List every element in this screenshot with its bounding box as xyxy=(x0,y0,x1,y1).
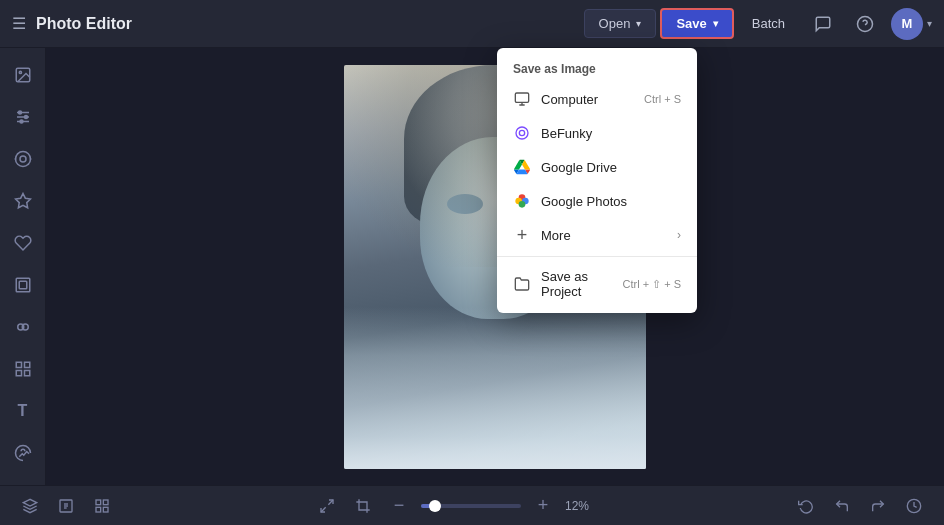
footer-left xyxy=(16,492,116,520)
zoom-out-icon[interactable]: − xyxy=(385,492,413,520)
svg-rect-37 xyxy=(515,93,528,102)
sidebar: T xyxy=(0,48,46,485)
svg-point-7 xyxy=(18,111,21,114)
svg-rect-33 xyxy=(103,507,108,512)
svg-point-40 xyxy=(516,127,528,139)
svg-line-13 xyxy=(27,164,28,165)
more-icon: + xyxy=(513,226,531,244)
sidebar-item-frames[interactable] xyxy=(4,266,42,304)
save-button[interactable]: Save ▾ xyxy=(660,8,733,39)
header-center: Open ▾ Save ▾ Batch xyxy=(584,8,799,39)
avatar-chevron-icon: ▾ xyxy=(927,18,932,29)
computer-label: Computer xyxy=(541,92,634,107)
google-drive-label: Google Drive xyxy=(541,160,681,175)
save-to-google-drive[interactable]: Google Drive xyxy=(497,150,697,184)
save-dropdown-menu: Save as Image Computer Ctrl + S BeFunky … xyxy=(497,48,697,313)
svg-rect-17 xyxy=(16,278,30,292)
avatar: M xyxy=(891,8,923,40)
sidebar-item-artsy[interactable] xyxy=(4,434,42,472)
svg-line-35 xyxy=(321,507,326,512)
zoom-percent: 12% xyxy=(565,499,595,513)
save-project-label: Save as Project xyxy=(541,269,612,299)
svg-point-45 xyxy=(519,201,526,208)
save-to-google-photos[interactable]: Google Photos xyxy=(497,184,697,218)
app-title: Photo Editor xyxy=(36,15,132,33)
history-icon[interactable] xyxy=(52,492,80,520)
redo-icon[interactable] xyxy=(864,492,892,520)
befunky-icon xyxy=(513,124,531,142)
main-layout: T xyxy=(0,48,944,485)
sidebar-item-ai[interactable] xyxy=(4,182,42,220)
help-icon[interactable] xyxy=(849,8,881,40)
svg-point-41 xyxy=(519,130,524,135)
svg-point-3 xyxy=(19,71,21,73)
google-photos-icon xyxy=(513,192,531,210)
avatar-wrapper[interactable]: M ▾ xyxy=(891,8,932,40)
more-arrow-icon: › xyxy=(677,228,681,242)
footer-right xyxy=(792,492,928,520)
canvas-area xyxy=(46,48,944,485)
sidebar-item-text[interactable]: T xyxy=(4,392,42,430)
svg-line-12 xyxy=(17,153,18,154)
sidebar-item-graphics[interactable] xyxy=(4,350,42,388)
zoom-slider[interactable] xyxy=(421,504,521,508)
save-project-shortcut: Ctrl + ⇧ + S xyxy=(622,278,681,291)
svg-marker-16 xyxy=(15,194,30,208)
sidebar-item-adjust[interactable] xyxy=(4,98,42,136)
sidebar-item-overlays[interactable] xyxy=(4,308,42,346)
svg-rect-22 xyxy=(24,362,29,367)
batch-button[interactable]: Batch xyxy=(738,10,799,37)
rotate-ccw-icon[interactable] xyxy=(792,492,820,520)
footer: − + 12% xyxy=(0,485,944,525)
svg-rect-21 xyxy=(16,362,21,367)
svg-point-11 xyxy=(20,156,26,162)
header-left: ☰ Photo Editor xyxy=(12,14,576,33)
befunky-label: BeFunky xyxy=(541,126,681,141)
footer-center: − + 12% xyxy=(313,492,595,520)
svg-rect-30 xyxy=(96,500,101,505)
zoom-in-icon[interactable]: + xyxy=(529,492,557,520)
svg-rect-18 xyxy=(19,281,27,289)
save-to-computer[interactable]: Computer Ctrl + S xyxy=(497,82,697,116)
project-icon xyxy=(513,275,531,293)
sidebar-item-photo[interactable] xyxy=(4,56,42,94)
chat-icon[interactable] xyxy=(807,8,839,40)
svg-rect-32 xyxy=(96,507,101,512)
save-as-project[interactable]: Save as Project Ctrl + ⇧ + S xyxy=(497,261,697,307)
history2-icon[interactable] xyxy=(900,492,928,520)
svg-rect-24 xyxy=(24,371,29,376)
svg-line-34 xyxy=(328,500,333,505)
sidebar-item-effects[interactable] xyxy=(4,140,42,178)
svg-point-9 xyxy=(20,120,23,123)
grid-icon[interactable] xyxy=(88,492,116,520)
header: ☰ Photo Editor Open ▾ Save ▾ Batch M xyxy=(0,0,944,48)
layers-icon[interactable] xyxy=(16,492,44,520)
google-photos-label: Google Photos xyxy=(541,194,681,209)
fit-screen-icon[interactable] xyxy=(313,492,341,520)
open-chevron-icon: ▾ xyxy=(636,18,641,29)
dropdown-header: Save as Image xyxy=(497,54,697,82)
svg-rect-23 xyxy=(16,371,21,376)
save-chevron-icon: ▾ xyxy=(713,18,718,29)
save-more[interactable]: + More › xyxy=(497,218,697,252)
undo-icon[interactable] xyxy=(828,492,856,520)
save-to-befunky[interactable]: BeFunky xyxy=(497,116,697,150)
svg-point-8 xyxy=(24,116,27,119)
more-label: More xyxy=(541,228,667,243)
computer-shortcut: Ctrl + S xyxy=(644,93,681,105)
open-button[interactable]: Open ▾ xyxy=(584,9,657,38)
dropdown-divider xyxy=(497,256,697,257)
google-drive-icon xyxy=(513,158,531,176)
sidebar-item-retouch[interactable] xyxy=(4,224,42,262)
crop-icon[interactable] xyxy=(349,492,377,520)
header-right: M ▾ xyxy=(807,8,932,40)
svg-marker-25 xyxy=(23,499,36,506)
menu-icon[interactable]: ☰ xyxy=(12,14,26,33)
computer-icon xyxy=(513,90,531,108)
svg-rect-31 xyxy=(103,500,108,505)
